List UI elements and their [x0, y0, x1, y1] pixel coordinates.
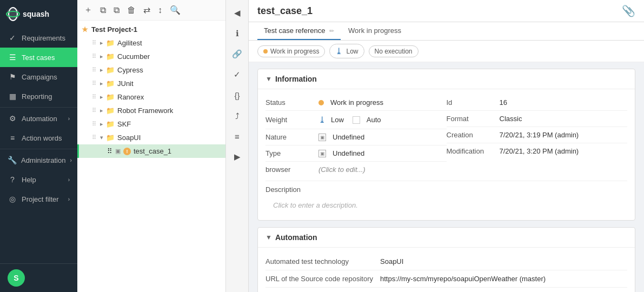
collapse-icon: ▾	[100, 134, 103, 141]
drag-handle-icon: ⠿	[92, 134, 96, 141]
tab-test-case-reference[interactable]: Test case reference ✏	[257, 22, 341, 40]
tab-edit-icon[interactable]: ✏	[329, 28, 334, 34]
sidebar-item-automation[interactable]: ⚙ Automation ›	[0, 109, 77, 128]
tree-search-button[interactable]: 🔍	[168, 4, 183, 16]
drag-handle-icon: ⠿	[92, 53, 96, 60]
tree-item-skf[interactable]: ⠿ ▸ 📁 SKF	[77, 117, 225, 131]
info-right-col: Id 16 Format Classic Creation 7/20/21, 3…	[447, 95, 628, 177]
info-grid: Status Work in progress Weight ⤓ Low Aut…	[265, 95, 627, 177]
description-area: Description Click to enter a description…	[265, 181, 627, 215]
info-row-modification: Modification 7/20/21, 3:20 PM (admin)	[447, 143, 628, 159]
avatar-area: S	[0, 263, 77, 292]
drag-handle-icon: ⠿	[92, 107, 96, 114]
test-cases-icon: ☰	[8, 53, 17, 62]
tree-item-robot-framework[interactable]: ⠿ ▸ 📁 Robot Framework	[77, 104, 225, 117]
main-header: test_case_1 📎	[249, 0, 644, 22]
drag-handle-icon: ⠿	[92, 121, 96, 128]
folder-icon: 📁	[106, 93, 115, 101]
info-row-type: Type ▣ Undefined	[265, 145, 447, 162]
folder-icon: 📁	[106, 107, 115, 115]
weight-low-icon: ⤓	[318, 115, 326, 125]
sidebar-item-project-filter[interactable]: ◎ Project filter ›	[0, 189, 77, 209]
info-row-creation: Creation 7/20/21, 3:19 PM (admin)	[447, 127, 628, 143]
tree-sort-button[interactable]: ↕	[156, 4, 164, 16]
sidebar-item-action-words[interactable]: ≡ Action words	[0, 128, 77, 148]
sidebar-item-reporting[interactable]: ▦ Reporting	[0, 87, 77, 106]
sidebar-nav: ✓ Requirements ☰ Test cases ⚑ Campaigns …	[0, 28, 77, 263]
automation-section-body: Automated test technology SoapUI URL of …	[258, 248, 635, 292]
info-row-status: Status Work in progress	[265, 95, 447, 111]
information-section-header[interactable]: ▼ Information	[258, 69, 635, 89]
drag-handle-icon: ⠿	[107, 147, 112, 155]
collapse-tree-button[interactable]: ◀	[229, 4, 246, 22]
automation-section-header[interactable]: ▼ Automation	[258, 228, 635, 248]
tree-content: ★ Test Project-1 ⠿ ▸ 📁 Agilitest ⠿ ▸ 📁 C…	[77, 21, 225, 292]
information-section: ▼ Information Status Work in progress We…	[257, 69, 635, 221]
list-button[interactable]: ≡	[229, 128, 246, 145]
avatar[interactable]: S	[8, 269, 25, 287]
doc-icon: ▣	[115, 148, 121, 155]
sidebar-item-campaigns[interactable]: ⚑ Campaigns	[0, 67, 77, 87]
folder-icon: 📁	[106, 120, 115, 128]
campaigns-icon: ⚑	[8, 72, 17, 81]
folder-icon: 📁	[106, 39, 115, 47]
tabs-bar: Test case reference ✏ Work in progress	[249, 22, 644, 41]
sidebar: squash ✓ Requirements ☰ Test cases ⚑ Cam…	[0, 0, 77, 292]
scroll-area[interactable]: ▼ Information Status Work in progress We…	[249, 62, 644, 292]
project-filter-icon: ◎	[8, 195, 17, 203]
project-filter-chevron-icon: ›	[68, 196, 70, 202]
tree-paste-button[interactable]: ⧉	[111, 4, 122, 16]
status-wip-dot-icon	[318, 100, 324, 105]
drag-handle-icon: ⠿	[92, 80, 96, 87]
info-button[interactable]: ℹ	[229, 25, 246, 42]
automation-icon: ⚙	[8, 114, 17, 123]
code-button[interactable]: {}	[229, 87, 246, 104]
tree-add-button[interactable]: ＋	[82, 3, 95, 17]
page-title: test_case_1	[257, 5, 313, 17]
requirements-icon: ✓	[8, 34, 17, 42]
tree-root[interactable]: ★ Test Project-1	[77, 23, 225, 36]
tab-work-in-progress[interactable]: Work in progress	[342, 22, 408, 40]
tree-item-test-case-1[interactable]: ⠿ ▣ ! test_case_1	[77, 144, 225, 158]
reporting-icon: ▦	[8, 92, 17, 101]
tree-move-button[interactable]: ⇄	[141, 4, 152, 16]
checklist-button[interactable]: ✓	[229, 66, 246, 83]
low-priority-icon: ⤓	[335, 46, 342, 56]
link-button[interactable]: 🔗	[229, 45, 246, 63]
administration-chevron-icon: ›	[70, 157, 71, 163]
tree-item-junit[interactable]: ⠿ ▸ 📁 JUnit	[77, 77, 225, 90]
svg-text:squash: squash	[23, 10, 49, 18]
tree-delete-button[interactable]: 🗑	[125, 4, 138, 16]
sidebar-item-administration[interactable]: 🔧 Administration ›	[0, 150, 77, 170]
section-chevron-icon: ▼	[265, 75, 272, 83]
auto-checkbox[interactable]	[353, 116, 360, 124]
priority-badge[interactable]: ⤓ Low	[329, 44, 364, 58]
sidebar-item-test-cases[interactable]: ☰ Test cases	[0, 48, 77, 67]
status-badge[interactable]: Work in progress	[257, 45, 325, 57]
paperclip-icon[interactable]: 📎	[622, 4, 635, 17]
sidebar-item-requirements[interactable]: ✓ Requirements	[0, 28, 77, 48]
logo-image: squash	[5, 6, 54, 22]
expand-icon: ▸	[100, 121, 103, 128]
tree-item-cypress[interactable]: ⠿ ▸ 📁 Cypress	[77, 63, 225, 77]
expand-icon: ▸	[100, 39, 103, 47]
sidebar-item-help[interactable]: ? Help ›	[0, 170, 77, 189]
nature-undefined-icon: ▣	[318, 134, 326, 141]
tree-copy-button[interactable]: ⧉	[98, 4, 108, 16]
description-input[interactable]: Click to enter a description.	[265, 196, 627, 215]
help-icon: ?	[8, 175, 17, 184]
tree-item-agilitest[interactable]: ⠿ ▸ 📁 Agilitest	[77, 36, 225, 50]
execution-badge[interactable]: No execution	[369, 45, 419, 57]
info-left-col: Status Work in progress Weight ⤓ Low Aut…	[265, 95, 447, 177]
folder-icon: 📁	[106, 66, 115, 74]
tree-item-soapui[interactable]: ⠿ ▾ 📁 SoapUI	[77, 131, 225, 144]
side-icon-panel: ◀ ℹ 🔗 ✓ {} ⤴ ≡ ▶	[226, 0, 249, 292]
auto-row-reference: Automated test reference ⓘ soapuiOpenWea…	[265, 288, 627, 292]
folder-icon: 📁	[106, 134, 115, 142]
tree-item-ranorex[interactable]: ⠿ ▸ 📁 Ranorex	[77, 90, 225, 104]
share-button[interactable]: ⤴	[229, 107, 246, 124]
automation-section: ▼ Automation Automated test technology S…	[257, 227, 635, 292]
play-button[interactable]: ▶	[229, 148, 246, 165]
tree-item-cucumber[interactable]: ⠿ ▸ 📁 Cucumber	[77, 50, 225, 63]
expand-icon: ▸	[100, 67, 103, 74]
